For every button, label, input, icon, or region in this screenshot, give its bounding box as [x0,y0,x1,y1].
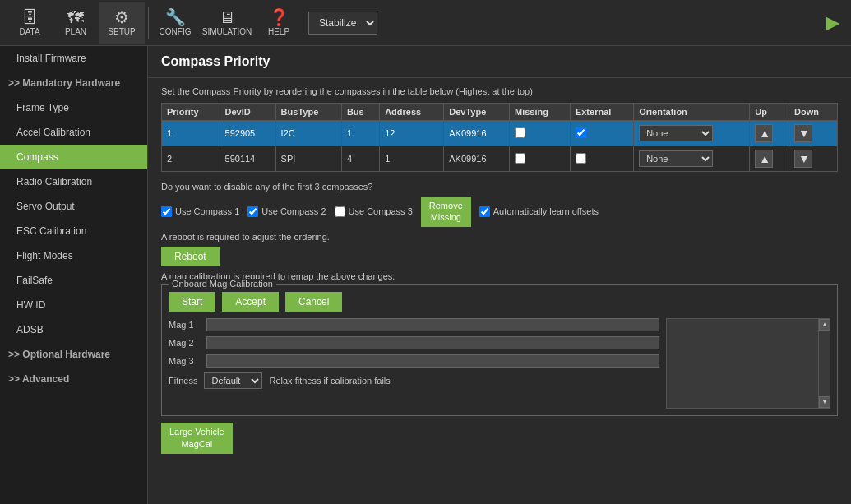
toolbar-data[interactable]: 🗄 DATA [7,2,53,44]
use-compass-1-checkbox[interactable] [161,206,172,217]
scroll-down-button[interactable]: ▼ [819,396,830,408]
cell-devid: 592905 [220,121,275,146]
fitness-select[interactable]: Default Relaxed Strict [204,372,262,389]
orientation-select-2[interactable]: None Roll90 Yaw90 [639,150,713,167]
toolbar-simulation-label: SIMULATION [202,27,252,36]
sidebar-item-accel-calibration[interactable]: Accel Calibration [0,120,147,145]
col-address: Address [380,104,444,121]
sidebar-item-install-firmware[interactable]: Install Firmware [0,46,147,71]
sidebar-item-adsb[interactable]: ADSB [0,317,147,342]
down-button-2[interactable]: ▼ [794,150,812,168]
scroll-up-button[interactable]: ▲ [819,319,830,331]
cell-bustype: SPI [275,146,341,172]
use-compass-1-label[interactable]: Use Compass 1 [161,206,239,217]
mag1-row: Mag 1 [169,318,659,331]
toolbar-config[interactable]: 🔧 CONFIG [152,2,198,44]
fitness-label: Fitness [169,376,197,386]
toolbar-simulation[interactable]: 🖥 SIMULATION [198,2,256,44]
cell-up: ▲ [750,146,789,172]
mag3-bar [206,354,659,368]
use-compass-2-label[interactable]: Use Compass 2 [247,206,326,217]
up-button-1[interactable]: ▲ [755,124,773,142]
content-area: Compass Priority Set the Compass Priorit… [148,46,851,504]
start-button[interactable]: Start [169,292,215,312]
reboot-note: A reboot is required to adjust the order… [161,232,838,242]
sidebar-item-esc-calibration[interactable]: ESC Calibration [0,219,147,243]
missing-checkbox-1[interactable] [515,127,525,138]
orientation-select-1[interactable]: None Roll90 Yaw90 [639,125,713,141]
sidebar-advanced-header[interactable]: >> Advanced [0,367,147,391]
sidebar-item-flight-modes[interactable]: Flight Modes [0,243,147,268]
setup-icon: ⚙ [114,9,129,25]
col-priority: Priority [162,104,220,121]
mag3-label: Mag 3 [169,356,201,366]
sidebar-item-hw-id[interactable]: HW ID [0,293,147,317]
cell-external [570,146,633,172]
cell-orientation: None Roll90 Yaw90 [634,146,750,172]
simulation-icon: 🖥 [219,9,235,25]
missing-checkbox-2[interactable] [515,153,525,164]
accept-button[interactable]: Accept [222,292,279,312]
sidebar-mandatory-header[interactable]: >> Mandatory Hardware [0,71,147,95]
auto-learn-checkbox[interactable] [479,206,490,217]
up-button-2[interactable]: ▲ [755,150,773,168]
col-down: Down [789,104,838,121]
mag1-bar [206,318,659,331]
cell-priority: 1 [162,121,220,146]
use-compass-3-checkbox[interactable] [335,206,345,217]
mag3-row: Mag 3 [169,354,659,368]
use-compass-2-checkbox[interactable] [247,206,258,217]
sidebar-item-compass[interactable]: Compass [0,145,147,169]
cancel-button[interactable]: Cancel [285,292,342,312]
col-orientation: Orientation [634,104,750,121]
toolbar-help[interactable]: ❓ HELP [256,2,302,44]
toolbar-plan-label: PLAN [65,27,86,36]
mag2-row: Mag 2 [169,336,659,349]
content-description: Set the Compass Priority by reordering t… [161,86,838,96]
cell-up: ▲ [750,121,789,146]
external-checkbox-1[interactable] [576,127,586,138]
large-vehicle-magcal-button[interactable]: Large Vehicle MagCal [161,423,233,455]
plan-icon: 🗺 [67,9,84,25]
toolbar-plan[interactable]: 🗺 PLAN [53,2,99,44]
sidebar-item-servo-output[interactable]: Servo Output [0,194,147,219]
cell-devid: 590114 [220,146,275,172]
checkbox-row: Use Compass 1 Use Compass 2 Use Compass … [161,197,838,227]
mag-cal-legend: Onboard Mag Calibration [169,279,276,289]
cell-priority: 2 [162,146,220,172]
col-missing: Missing [510,104,571,121]
content-body: Set the Compass Priority by reordering t… [148,78,851,462]
sidebar-optional-header[interactable]: >> Optional Hardware [0,342,147,367]
help-icon: ❓ [269,9,289,25]
toolbar-setup[interactable]: ⚙ SETUP [99,2,145,44]
reboot-button[interactable]: Reboot [161,247,220,266]
down-button-1[interactable]: ▼ [794,124,812,142]
scroll-bar: ▲ ▼ [818,319,830,408]
col-bus: Bus [341,104,379,121]
sidebar-item-failsafe[interactable]: FailSafe [0,268,147,293]
mag1-label: Mag 1 [169,320,201,330]
cell-address: 1 [380,146,444,172]
external-checkbox-2[interactable] [576,153,586,164]
auto-learn-label[interactable]: Automatically learn offsets [479,206,599,217]
sidebar: Install Firmware >> Mandatory Hardware F… [0,46,148,504]
mag2-label: Mag 2 [169,338,201,348]
sidebar-item-frame-type[interactable]: Frame Type [0,95,147,120]
toolbar: 🗄 DATA 🗺 PLAN ⚙ SETUP 🔧 CONFIG 🖥 SIMULAT… [0,0,851,46]
use-compass-3-label[interactable]: Use Compass 3 [335,206,413,217]
remove-missing-button[interactable]: Remove Missing [421,197,471,227]
table-row[interactable]: 1 592905 I2C 1 12 AK09916 None Roll90 [162,121,838,146]
toolbar-separator [148,7,149,39]
stabilize-select[interactable]: Stabilize Loiter Auto [308,12,377,35]
table-row[interactable]: 2 590114 SPI 4 1 AK09916 None Roll90 Y [162,146,838,172]
col-devid: DevID [220,104,275,121]
col-external: External [570,104,633,121]
toolbar-data-label: DATA [19,27,39,36]
mag-cal-buttons: Start Accept Cancel [169,292,830,312]
cell-orientation: None Roll90 Yaw90 [634,121,750,146]
cell-bus: 4 [341,146,379,172]
main-layout: Install Firmware >> Mandatory Hardware F… [0,46,851,504]
config-icon: 🔧 [165,9,186,25]
cell-down: ▼ [789,121,838,146]
sidebar-item-radio-calibration[interactable]: Radio Calibration [0,169,147,194]
